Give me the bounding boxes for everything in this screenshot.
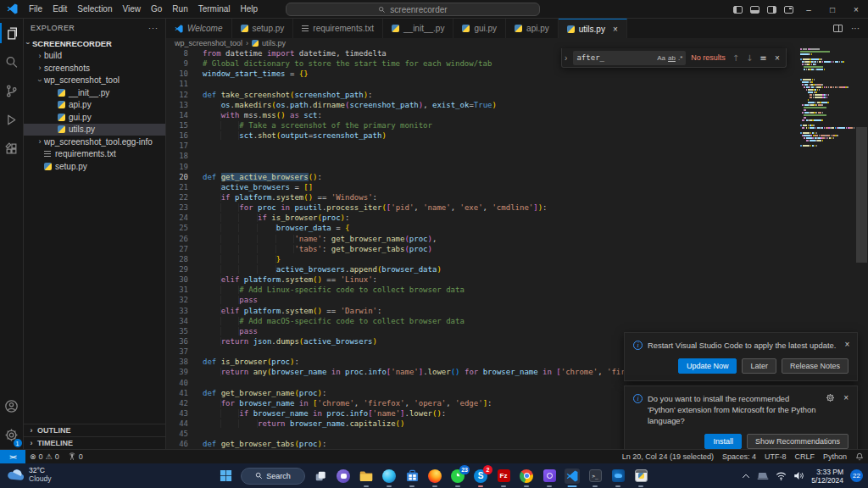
start-button[interactable] (218, 469, 233, 484)
notifications-bell-icon[interactable] (851, 452, 868, 461)
whole-word-icon[interactable]: ab (668, 54, 676, 62)
menu-view[interactable]: View (118, 4, 147, 14)
chrome-browser-icon[interactable] (519, 469, 534, 484)
device-icon[interactable] (757, 471, 769, 480)
taskbar-clock[interactable]: 3:33 PM 5/12/2024 (811, 468, 843, 485)
tree-root-screenrecorder[interactable]: › SCREENRECORDER (24, 37, 165, 50)
code-line-10[interactable]: window_start_times = {} (203, 69, 854, 79)
problems-status[interactable]: ⊗ 0 ⚠ 0 (25, 450, 64, 463)
code-line-19[interactable] (203, 162, 854, 172)
show-recommendations-button[interactable]: Show Recommendations (747, 434, 849, 449)
wifi-icon[interactable] (776, 472, 787, 480)
menu-run[interactable]: Run (167, 4, 192, 14)
explorer-more-actions-icon[interactable]: ··· (148, 24, 159, 32)
editor-more-actions-icon[interactable]: ··· (851, 24, 860, 33)
terminal-app-icon[interactable]: >_ (587, 469, 603, 484)
ports-status[interactable]: 0 (64, 450, 87, 463)
tray-chevron-up-icon[interactable] (742, 473, 750, 480)
code-line-30[interactable]: elif platform.system() == 'Linux': (203, 274, 854, 285)
tree-item-build[interactable]: › build (24, 50, 165, 63)
weather-widget[interactable]: 32°C Cloudy (7, 466, 51, 483)
tree-item-utils-py[interactable]: utils.py (24, 124, 165, 136)
match-case-icon[interactable]: Aa (657, 54, 665, 62)
tree-item-requirements-txt[interactable]: requirements.txt (24, 148, 165, 161)
menu-go[interactable]: Go (146, 4, 167, 14)
tree-item-api-py[interactable]: api.py (24, 99, 165, 112)
encoding-status[interactable]: UTF-8 (760, 452, 791, 461)
find-collapse-icon[interactable]: › (562, 48, 570, 67)
whatsapp-icon[interactable]: 23 (450, 469, 465, 484)
code-line-17[interactable] (203, 141, 854, 151)
account-icon[interactable] (0, 391, 24, 420)
extensions-icon[interactable] (0, 134, 24, 163)
code-line-16[interactable]: sct.shot(output=screenshot_path) (203, 130, 854, 141)
tree-item-egg-info[interactable]: › wp_screenshot_tool.egg-info (24, 136, 165, 148)
find-input[interactable]: after_ Aa ab .* (573, 51, 686, 65)
code-line-18[interactable] (203, 151, 854, 161)
tab-requirements-txt[interactable]: requirements.txt (293, 19, 383, 38)
notification-count-badge[interactable]: 22 (850, 469, 863, 482)
regex-icon[interactable]: .* (678, 54, 682, 62)
close-notification-icon[interactable]: × (844, 340, 849, 349)
explorer-icon[interactable] (0, 19, 24, 47)
code-line-34[interactable]: # Add macOS-specific code to collect bro… (203, 316, 854, 326)
notification-settings-gear-icon[interactable] (826, 393, 835, 402)
code-line-12[interactable]: def take_screenshot(screenshot_path): (203, 90, 854, 100)
close-button[interactable]: × (844, 0, 868, 19)
maximize-button[interactable]: □ (821, 0, 844, 19)
skype-icon[interactable]: S 2 (473, 469, 488, 484)
tree-item-screenshots[interactable]: › screenshots (24, 62, 165, 75)
file-explorer-icon[interactable] (359, 469, 374, 484)
tree-item-setup-py[interactable]: setup.py (24, 160, 165, 173)
update-now-button[interactable]: Update Now (678, 358, 737, 374)
python-app-icon[interactable] (633, 469, 648, 484)
run-debug-icon[interactable] (0, 105, 24, 134)
code-line-21[interactable]: active_browsers = [] (203, 182, 854, 192)
breadcrumb-file[interactable]: utils.py (262, 39, 286, 47)
code-line-23[interactable]: for proc in psutil.process_iter(['pid', … (203, 202, 854, 213)
language-mode[interactable]: Python (819, 452, 851, 461)
source-control-icon[interactable] (0, 76, 24, 105)
find-close-icon[interactable]: × (772, 53, 782, 63)
tree-item-gui-py[interactable]: gui.py (24, 111, 165, 124)
code-line-14[interactable]: with mss.mss() as sct: (203, 110, 854, 120)
vertical-scrollbar[interactable] (856, 127, 867, 263)
find-next-icon[interactable]: ↓ (744, 53, 754, 63)
code-line-28[interactable]: } (203, 254, 854, 264)
code-line-26[interactable]: 'name': get_browser_name(proc), (203, 234, 854, 244)
tab-gui-py[interactable]: gui.py (453, 19, 506, 38)
taskbar-search[interactable]: Search (241, 468, 305, 485)
code-line-20[interactable]: def get_active_browsers(): (203, 172, 854, 182)
close-tab-icon[interactable]: × (613, 25, 618, 34)
tab-setup-py[interactable]: setup.py (232, 19, 294, 38)
edge-browser-icon[interactable] (381, 469, 397, 484)
remote-indicator[interactable]: >< (0, 450, 25, 463)
code-line-25[interactable]: browser_data = { (203, 223, 854, 233)
menu-edit[interactable]: Edit (47, 4, 72, 14)
code-line-31[interactable]: # Add Linux-specific code to collect bro… (203, 285, 854, 295)
close-notification-icon[interactable]: × (843, 393, 849, 402)
code-line-11[interactable] (203, 79, 854, 89)
release-notes-button[interactable]: Release Notes (782, 358, 849, 374)
minimize-button[interactable]: – (797, 0, 821, 19)
menu-help[interactable]: Help (236, 4, 264, 14)
tree-item-wp-screenshot-tool[interactable]: › wp_screenshot_tool (24, 75, 165, 87)
firefox-browser-icon[interactable] (427, 469, 442, 484)
menu-selection[interactable]: Selection (72, 4, 117, 14)
search-icon[interactable] (0, 47, 24, 76)
tree-item-init-py[interactable]: __init__.py (24, 86, 165, 99)
toggle-sidebar-icon[interactable] (729, 0, 746, 19)
toggle-panel-icon[interactable] (746, 0, 763, 19)
tab-api-py[interactable]: api.py (506, 19, 559, 38)
timeline-section[interactable]: › TIMELINE (24, 436, 165, 449)
command-center-search[interactable]: screenrecorder (286, 3, 540, 16)
code-line-13[interactable]: os.makedirs(os.path.dirname(screenshot_p… (203, 100, 854, 110)
filezilla-icon[interactable]: Fz (496, 469, 511, 484)
find-previous-icon[interactable]: ↑ (731, 53, 741, 63)
indentation-status[interactable]: Spaces: 4 (718, 452, 760, 461)
breadcrumb[interactable]: wp_screenshot_tool › utils.py (166, 38, 868, 48)
volume-icon[interactable] (793, 471, 804, 480)
code-line-32[interactable]: pass (203, 295, 854, 305)
code-line-15[interactable]: # Take a screenshot of the primary monit… (203, 120, 854, 130)
toggle-secondary-sidebar-icon[interactable] (763, 0, 780, 19)
